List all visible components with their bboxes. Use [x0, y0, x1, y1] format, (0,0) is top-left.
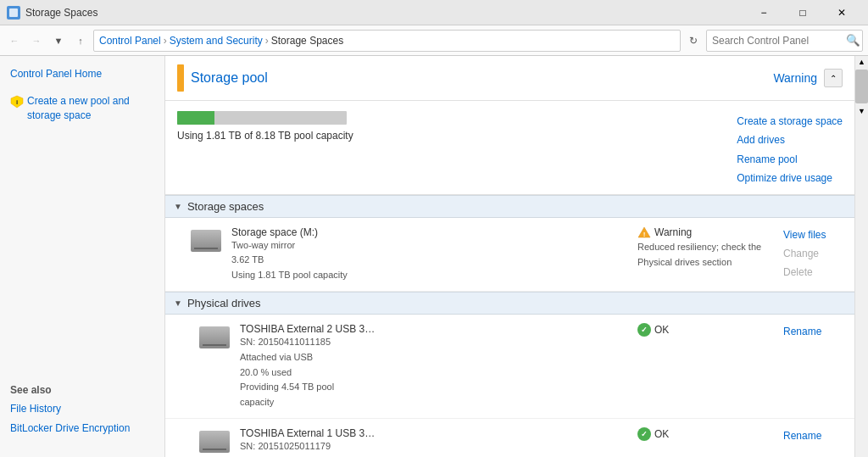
storage-space-name: Storage space (M:): [231, 226, 627, 238]
action-delete[interactable]: Delete: [783, 264, 843, 281]
scrollbar[interactable]: ▲ ▼: [854, 56, 868, 457]
progress-left: Using 1.81 TB of 8.18 TB pool capacity: [177, 111, 720, 187]
drive2-name: TOSHIBA External 1 USB 3…: [240, 427, 627, 439]
action-create-storage[interactable]: Create a storage space: [737, 113, 843, 130]
storage-spaces-title: Storage spaces: [187, 200, 264, 213]
storage-status: ! Warning Reduced resiliency; check the …: [637, 226, 773, 270]
drive1-providing2: capacity: [240, 395, 627, 410]
storage-status-desc2: Physical drives section: [637, 255, 773, 270]
phys-drive-icon-1: [199, 326, 230, 350]
content-area: Storage pool Warning ⌃ Using 1.81 TB of …: [165, 56, 854, 457]
pool-actions: Create a storage space Add drives Rename…: [737, 111, 843, 187]
drive1-rename[interactable]: Rename: [783, 323, 843, 340]
breadcrumb: Control Panel › System and Security › St…: [93, 30, 681, 52]
progress-section: Using 1.81 TB of 8.18 TB pool capacity C…: [165, 101, 854, 195]
storage-space-type: Two-way mirror: [231, 238, 627, 254]
search-box: 🔍: [706, 30, 863, 52]
drive1-actions: Rename: [783, 323, 843, 340]
storage-status-desc1: Reduced resiliency; check the: [637, 240, 773, 254]
title-bar: Storage Spaces − □ ✕: [0, 0, 868, 25]
drive1-status-area: ✓ OK: [637, 323, 773, 337]
storage-info: Storage space (M:) Two-way mirror 3.62 T…: [231, 226, 627, 283]
storage-spaces-chevron: ▼: [174, 202, 182, 211]
action-rename-pool[interactable]: Rename pool: [737, 151, 843, 168]
main-layout: Control Panel Home i Create a new pool a…: [0, 56, 868, 457]
close-button[interactable]: ✕: [822, 0, 861, 25]
back-button[interactable]: ←: [5, 31, 24, 50]
progress-bar-wrap: [177, 111, 347, 125]
search-input[interactable]: [707, 35, 844, 47]
sidebar-home-link[interactable]: Control Panel Home: [0, 64, 164, 84]
search-button[interactable]: 🔍: [844, 31, 862, 51]
action-view-files[interactable]: View files: [783, 226, 843, 243]
storage-drive-icon: [191, 230, 221, 254]
storage-space-row: Storage space (M:) Two-way mirror 3.62 T…: [165, 218, 854, 293]
pool-header: Storage pool Warning ⌃: [165, 56, 854, 101]
svg-rect-0: [9, 8, 18, 17]
pool-title-area: Storage pool: [177, 64, 268, 92]
storage-space-usage: Using 1.81 TB pool capacity: [231, 268, 627, 283]
refresh-button[interactable]: ↻: [684, 31, 703, 50]
up-button[interactable]: ↑: [71, 31, 90, 50]
scroll-down[interactable]: ▼: [856, 105, 868, 117]
table-row: TOSHIBA External 2 USB 3… SN: 2015041101…: [165, 315, 854, 419]
app-icon: [7, 6, 20, 20]
sidebar-create-link[interactable]: i Create a new pool and storage space: [0, 91, 164, 126]
phys-drive-info-1: TOSHIBA External 2 USB 3… SN: 2015041101…: [240, 323, 627, 410]
drive2-ok-icon: ✓: [637, 427, 651, 441]
pool-status-label: Warning: [773, 71, 817, 85]
window-controls: − □ ✕: [744, 0, 861, 25]
action-optimize[interactable]: Optimize drive usage: [737, 170, 843, 187]
action-change[interactable]: Change: [783, 245, 843, 262]
drive2-rename[interactable]: Rename: [783, 427, 843, 444]
pool-color-bar: [177, 64, 184, 92]
drive1-ok-icon: ✓: [637, 323, 651, 337]
drive2-actions: Rename: [783, 427, 843, 444]
scroll-thumb[interactable]: [855, 70, 868, 103]
drive1-name: TOSHIBA External 2 USB 3…: [240, 323, 627, 335]
shield-icon: i: [10, 95, 24, 109]
phys-drive-icon-2: [199, 431, 230, 454]
drive1-status: OK: [654, 324, 669, 336]
drive2-status: OK: [654, 428, 669, 440]
drive1-used: 20.0 % used: [240, 365, 627, 381]
space-actions: View files Change Delete: [783, 226, 843, 281]
drive1-providing: Providing 4.54 TB pool: [240, 380, 627, 395]
storage-space-size: 3.62 TB: [231, 253, 627, 268]
sidebar-create-label: Create a new pool and storage space: [27, 94, 154, 123]
breadcrumb-system-security[interactable]: System and Security: [170, 35, 263, 47]
drive1-sn: SN: 20150411011185: [240, 335, 627, 350]
physical-drives-header[interactable]: ▼ Physical drives: [165, 292, 854, 315]
address-bar: ← → ▼ ↑ Control Panel › System and Secur…: [0, 25, 868, 56]
progress-bar-fill: [177, 111, 214, 125]
table-row: TOSHIBA External 1 USB 3… SN: 2015102501…: [165, 419, 854, 457]
sidebar-bitlocker[interactable]: BitLocker Drive Encryption: [10, 419, 154, 438]
progress-label: Using 1.81 TB of 8.18 TB pool capacity: [177, 130, 353, 142]
breadcrumb-control-panel[interactable]: Control Panel: [99, 35, 161, 47]
phys-drive-info-2: TOSHIBA External 1 USB 3… SN: 2015102501…: [240, 427, 627, 457]
sidebar-file-history[interactable]: File History: [10, 399, 154, 419]
see-also-label: See also: [0, 376, 164, 398]
pool-warning-area: Warning ⌃: [773, 69, 843, 87]
minimize-button[interactable]: −: [744, 0, 783, 25]
maximize-button[interactable]: □: [783, 0, 822, 25]
forward-button[interactable]: →: [27, 31, 46, 50]
drive2-sn: SN: 20151025011179: [240, 439, 627, 454]
sidebar: Control Panel Home i Create a new pool a…: [0, 56, 165, 457]
pool-title: Storage pool: [191, 70, 268, 86]
svg-text:!: !: [643, 230, 646, 237]
svg-text:i: i: [16, 98, 18, 106]
dropdown-button[interactable]: ▼: [49, 31, 68, 50]
warning-icon: !: [637, 226, 651, 238]
physical-drives-chevron: ▼: [174, 298, 182, 308]
action-add-drives[interactable]: Add drives: [737, 131, 843, 148]
breadcrumb-current: Storage Spaces: [271, 35, 343, 47]
storage-spaces-header[interactable]: ▼ Storage spaces: [165, 195, 854, 218]
window-title: Storage Spaces: [25, 7, 97, 19]
drive2-status-area: ✓ OK: [637, 427, 773, 441]
scroll-up[interactable]: ▲: [856, 56, 868, 68]
physical-drives-title: Physical drives: [187, 297, 261, 309]
pool-collapse-button[interactable]: ⌃: [824, 69, 843, 87]
drive1-attached: Attached via USB: [240, 350, 627, 365]
storage-status-label: Warning: [654, 226, 692, 238]
